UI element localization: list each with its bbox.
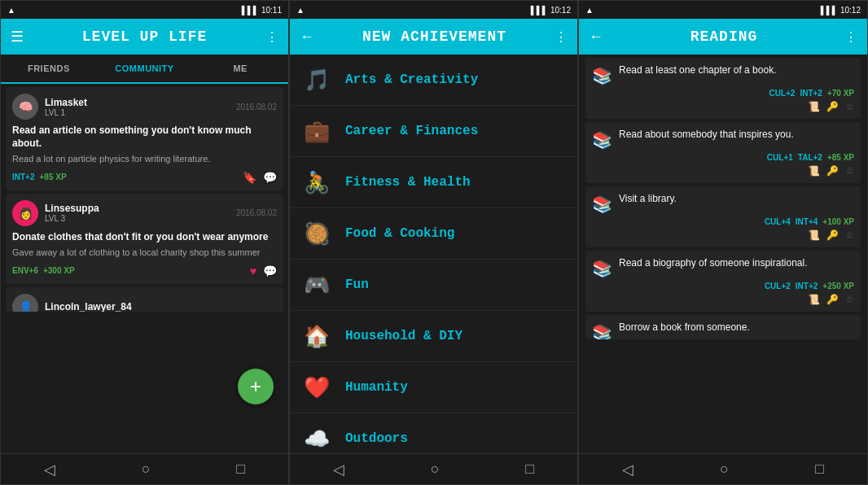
category-fun[interactable]: 🎮 Fun (290, 260, 577, 311)
scroll-icon-4[interactable]: 📜 (808, 294, 820, 305)
key-icon-3[interactable]: 🔑 (826, 229, 839, 241)
key-icon-4[interactable]: 🔑 (826, 294, 839, 305)
star-icon-3[interactable]: ☆ (845, 229, 854, 241)
category-arts[interactable]: 🎵 Arts & Creativity (290, 55, 577, 106)
key-icon-2[interactable]: 🔑 (826, 165, 839, 177)
reading-title-1: Read at least one chapter of a book. (619, 64, 776, 77)
category-career[interactable]: 💼 Career & Finances (290, 106, 577, 157)
screen-feed: ▲ ▌▌▌ 10:11 ☰ LEVEL UP LIFE ⋮ FRIENDS CO… (0, 0, 289, 485)
reading-item-4: 📚 Read a biography of someone inspiratio… (585, 251, 861, 312)
avatar-2: 👩 (12, 200, 38, 226)
username-2: Linsesuppa (45, 203, 230, 214)
level-2: LVL 3 (45, 214, 230, 223)
more-menu-icon-1[interactable]: ⋮ (265, 29, 278, 45)
recent-btn-1[interactable]: □ (220, 457, 261, 481)
more-menu-icon-3[interactable]: ⋮ (844, 29, 857, 45)
post-footer-1: INT+2 +85 XP 🔖 💬 (12, 171, 277, 184)
scroll-icon-1[interactable]: 📜 (808, 101, 820, 112)
comment-icon-1[interactable]: 💬 (263, 171, 277, 184)
username-3: Lincoln_lawyer_84 (45, 301, 277, 312)
post-actions-2: ♥ 💬 (250, 264, 277, 277)
reading-stats-2: CUL+1 TAL+2 +85 XP (592, 153, 854, 162)
menu-icon[interactable]: ☰ (11, 28, 24, 46)
post-stats-1: INT+2 +85 XP (12, 173, 67, 181)
category-humanity[interactable]: ❤️ Humanity (290, 362, 577, 413)
reading-list: 📚 Read at least one chapter of a book. C… (579, 55, 867, 453)
star-icon-4[interactable]: ☆ (845, 294, 854, 305)
wifi-icon-3: ▲ (585, 6, 594, 15)
humanity-label: Humanity (345, 380, 408, 395)
fitness-label: Fitness & Health (345, 175, 471, 190)
category-household[interactable]: 🏠 Household & DIY (290, 311, 577, 362)
feed-content-wrapper: 🧠 Limasket LVL 1 2016.08.02 Read an arti… (1, 84, 288, 453)
stat-xp-r-2: +85 XP (827, 153, 854, 162)
reading-title-4: Read a biography of someone inspirationa… (619, 257, 807, 270)
back-icon-3[interactable]: ← (589, 28, 603, 46)
like-icon-2[interactable]: ♥ (250, 264, 256, 277)
back-btn-3[interactable]: ◁ (606, 457, 650, 482)
reading-actions-3: 📜 🔑 ☆ (592, 229, 854, 241)
signal-icon: ▌▌▌ (242, 6, 259, 15)
reading-title-3: Visit a library. (619, 193, 677, 206)
back-icon-2[interactable]: ← (300, 28, 314, 46)
tab-friends[interactable]: FRIENDS (1, 55, 97, 82)
post-header-3: 👤 Lincoln_lawyer_84 (12, 294, 277, 312)
category-outdoors[interactable]: ☁️ Outdoors (290, 413, 577, 453)
tab-me[interactable]: ME (192, 55, 288, 82)
status-left-1: ▲ (7, 6, 15, 15)
avatar-1: 🧠 (12, 94, 38, 120)
post-header-2: 👩 Linsesuppa LVL 3 2016.08.02 (12, 200, 277, 226)
tab-community[interactable]: COMMUNITY (97, 55, 193, 84)
recent-btn-2[interactable]: □ (509, 457, 550, 481)
post-body-1: Read a lot on particle physics for writi… (12, 153, 277, 165)
post-title-1: Read an article on something you don't k… (12, 125, 277, 150)
book-icon-1: 📚 (592, 66, 612, 85)
stat-int-r-1: INT+2 (800, 89, 822, 98)
star-icon-1[interactable]: ☆ (845, 101, 854, 112)
avatar-3: 👤 (12, 294, 38, 312)
nav-tabs-1: FRIENDS COMMUNITY ME (1, 55, 288, 84)
fab-add[interactable]: + (238, 369, 274, 404)
status-bar-1: ▲ ▌▌▌ 10:11 (1, 1, 288, 19)
recent-btn-3[interactable]: □ (799, 457, 840, 481)
household-label: Household & DIY (345, 329, 462, 343)
scroll-icon-2[interactable]: 📜 (808, 165, 820, 177)
username-1: Limasket (45, 97, 230, 108)
scroll-icon-3[interactable]: 📜 (808, 229, 820, 241)
status-right-2: ▌▌▌ 10:12 (531, 6, 571, 15)
comment-icon-2[interactable]: 💬 (263, 264, 277, 277)
back-btn-1[interactable]: ◁ (28, 457, 72, 482)
stat-xp-r-1: +70 XP (827, 89, 854, 98)
reading-item-3: 📚 Visit a library. CUL+4 INT+4 +100 XP 📜… (585, 186, 861, 247)
home-btn-3[interactable]: ○ (704, 457, 745, 481)
top-bar-1: ☰ LEVEL UP LIFE ⋮ (1, 19, 288, 55)
home-btn-2[interactable]: ○ (414, 457, 456, 481)
bookmark-icon-1[interactable]: 🔖 (243, 171, 256, 184)
post-actions-1: 🔖 💬 (243, 171, 277, 184)
stat-cul-2: CUL+1 (767, 153, 793, 162)
category-fitness[interactable]: 🚴 Fitness & Health (290, 157, 577, 208)
back-btn-2[interactable]: ◁ (317, 457, 361, 482)
food-icon: 🥘 (300, 216, 334, 251)
post-stats-2: ENV+6 +300 XP (12, 266, 75, 275)
signal-icon-3: ▌▌▌ (821, 6, 838, 15)
reading-header-1: 📚 Read at least one chapter of a book. (592, 64, 854, 85)
reading-title-5: Borrow a book from someone. (619, 321, 750, 334)
star-icon-2[interactable]: ☆ (845, 165, 854, 177)
humanity-icon: ❤️ (300, 370, 334, 404)
date-2: 2016.08.02 (236, 208, 277, 217)
key-icon-1[interactable]: 🔑 (826, 101, 839, 112)
user-info-3: Lincoln_lawyer_84 (45, 301, 277, 312)
stat-cul-1: CUL+2 (769, 89, 795, 98)
fun-icon: 🎮 (300, 268, 334, 302)
category-food[interactable]: 🥘 Food & Cooking (290, 208, 577, 260)
home-btn-1[interactable]: ○ (125, 457, 167, 481)
reading-actions-1: 📜 🔑 ☆ (592, 101, 854, 112)
app-title: LEVEL UP LIFE (32, 28, 257, 45)
time-1: 10:11 (261, 6, 282, 15)
more-menu-icon-2[interactable]: ⋮ (555, 29, 568, 45)
book-icon-4: 📚 (592, 259, 612, 278)
post-header-1: 🧠 Limasket LVL 1 2016.08.02 (12, 94, 277, 120)
household-icon: 🏠 (300, 319, 334, 353)
reading-header-3: 📚 Visit a library. (592, 193, 854, 214)
